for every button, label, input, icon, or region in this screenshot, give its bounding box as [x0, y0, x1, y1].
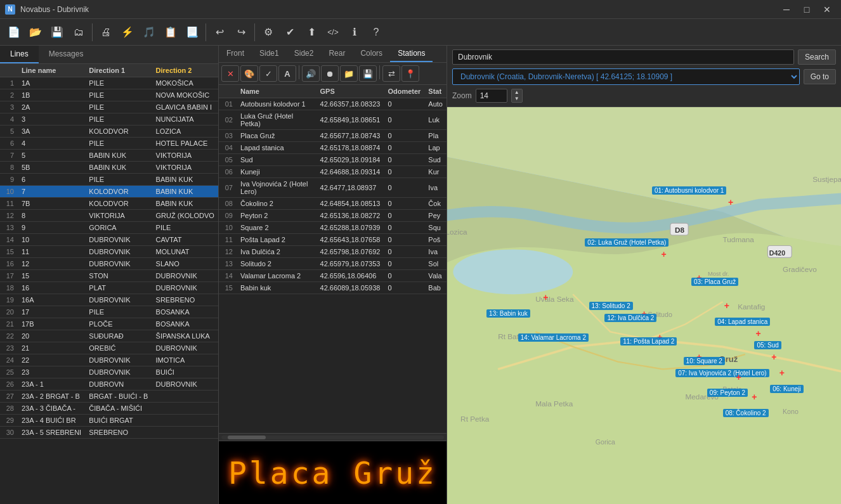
upload-button[interactable]: ⬆	[301, 22, 322, 42]
lines-table-row[interactable]: 23 21 OREBIĆ DUBROVNIK	[0, 342, 218, 354]
pin-button[interactable]: 📍	[401, 65, 419, 82]
stations-table-row[interactable]: 05 Sud 42.65029,18.09184 0 Sud	[219, 154, 447, 166]
lines-table-row[interactable]: 24 22 DUBROVNIK IMOTICA	[0, 354, 218, 366]
folder-button[interactable]: 📁	[340, 65, 358, 82]
map-label-10: 10: Square 2	[684, 357, 725, 365]
check-button[interactable]: ✔	[280, 22, 300, 42]
close-button[interactable]: ✕	[818, 3, 836, 16]
lines-table-row[interactable]: 10 7 KOLODVOR BABIN KUK	[0, 186, 218, 198]
redo-button[interactable]: ↪	[231, 22, 251, 42]
minimize-button[interactable]: ─	[778, 3, 795, 16]
volume-button[interactable]: 🔊	[302, 65, 320, 82]
map-search-button[interactable]: Search	[798, 49, 836, 65]
tab-side2[interactable]: Side2	[287, 46, 322, 62]
tab-colors[interactable]: Colors	[353, 46, 390, 62]
lines-table-row[interactable]: 2 1B PILE NOVA MOKOŠIC	[0, 89, 218, 101]
checkmark-button[interactable]: ✓	[259, 65, 277, 82]
lines-table-row[interactable]: 12 8 VIKTORIJA GRUŽ (KOLODVO	[0, 210, 218, 222]
stations-table-row[interactable]: 12 Iva Dulčića 2 42.65798,18.07692 0 Iva	[219, 246, 447, 258]
stations-table-row[interactable]: 09 Peyton 2 42.65136,18.08272 0 Pey	[219, 210, 447, 222]
tab-stations[interactable]: Stations	[390, 46, 433, 62]
lines-table-row[interactable]: 5 3A KOLODVOR LOZICA	[0, 126, 218, 138]
font-button[interactable]: A	[278, 65, 296, 82]
tab-lines[interactable]: Lines	[0, 46, 39, 63]
lines-table-row[interactable]: 15 11 DUBROVNIK MOLUNAT	[0, 246, 218, 258]
delete-button[interactable]: ✕	[221, 65, 239, 82]
lines-table-row[interactable]: 9 6 PILE BABIN KUK	[0, 174, 218, 186]
stations-table-row[interactable]: 07 Iva Vojnovića 2 (Hotel Lero) 42.6477,…	[219, 178, 447, 198]
tab-rear[interactable]: Rear	[321, 46, 353, 62]
lines-table-row[interactable]: 17 15 STON DUBROVNIK	[0, 270, 218, 282]
lines-table-row[interactable]: 3 2A PILE GLAVICA BABIN I	[0, 101, 218, 113]
lines-table-row[interactable]: 6 4 PILE HOTEL PALACE	[0, 138, 218, 150]
cell-num: 25	[0, 366, 18, 378]
stations-table-row[interactable]: 04 Lapad stanica 42.65178,18.08874 0 Lap	[219, 142, 447, 154]
stations-table-row[interactable]: 10 Square 2 42.65288,18.07939 0 Squ	[219, 222, 447, 234]
lines-table-container[interactable]: Line name Direction 1 Direction 2 1 1A P…	[0, 64, 218, 504]
record-button[interactable]: ⏺	[321, 65, 339, 82]
lines-table-row[interactable]: 26 23A - 1 DUBROVN DUBROVNIK	[0, 378, 218, 391]
new-file-button[interactable]: 📄	[4, 22, 24, 42]
floppy-button[interactable]: 💾	[359, 65, 377, 82]
stations-table-row[interactable]: 13 Solitudo 2 42.65979,18.07353 0 Sol	[219, 258, 447, 270]
stations-table-row[interactable]: 01 Autobusni kolodvor 1 42.66357,18.0832…	[219, 98, 447, 110]
map-location-select[interactable]: Dubrovnik (Croatia, Dubrovnik-Neretva) […	[452, 68, 800, 85]
copy-button[interactable]: 📋	[160, 22, 181, 42]
stations-scrollbar[interactable]	[219, 433, 447, 441]
undo-button[interactable]: ↩	[209, 22, 230, 42]
map-label-11: 11: Pošta Lapad 2	[620, 337, 677, 346]
stations-table-row[interactable]: 14 Valamar Lacroma 2 42.6596,18.06406 0 …	[219, 270, 447, 282]
settings-button[interactable]: ⚙	[258, 22, 278, 42]
map-zoom-input[interactable]	[476, 89, 507, 103]
stations-table-row[interactable]: 02 Luka Gruž (Hotel Petka) 42.65849,18.0…	[219, 110, 447, 130]
cell-dir1: BUIĆI BRGAT	[85, 415, 152, 427]
stations-table-row[interactable]: 06 Kuneji 42.64688,18.09314 0 Kur	[219, 166, 447, 178]
stations-table-container[interactable]: Name GPS Odometer Stat 01 Autobusni kolo…	[219, 85, 447, 433]
lines-table-row[interactable]: 20 17 PILE BOSANKA	[0, 306, 218, 318]
maximize-button[interactable]: □	[798, 3, 816, 16]
stations-table-row[interactable]: 11 Pošta Lapad 2 42.65643,18.07658 0 Poš	[219, 234, 447, 246]
lines-table-row[interactable]: 19 16A DUBROVNIK SREBRENO	[0, 294, 218, 306]
swap-button[interactable]: ⇄	[382, 65, 400, 82]
lines-table-row[interactable]: 21 17B PLOČE BOSANKA	[0, 318, 218, 330]
zoom-up-button[interactable]: ▲	[512, 89, 522, 96]
tab-front[interactable]: Front	[219, 46, 252, 62]
lines-table-row[interactable]: 13 9 GORICA PILE	[0, 222, 218, 234]
stations-table-row[interactable]: 15 Babin kuk 42.66089,18.05938 0 Bab	[219, 282, 447, 294]
save-all-button[interactable]: 🗂	[68, 22, 89, 42]
info-button[interactable]: ℹ	[344, 22, 365, 42]
paint-button[interactable]: 🎨	[240, 65, 258, 82]
lines-table-row[interactable]: 25 23 DUBROVNIK BUIĆI	[0, 366, 218, 378]
code-button[interactable]: </>	[323, 22, 343, 42]
lightning-button[interactable]: ⚡	[117, 22, 138, 42]
map-search-input[interactable]	[452, 49, 794, 65]
lines-table-row[interactable]: 30 23A - 5 SREBRENI SREBRENO	[0, 427, 218, 439]
lines-table-row[interactable]: 28 23A - 3 ČIBAČA - ČIBAČA - MIŠIĆI	[0, 403, 218, 415]
tab-messages[interactable]: Messages	[39, 46, 94, 63]
zoom-down-button[interactable]: ▼	[512, 96, 522, 102]
map-container[interactable]: Lozica Sustjepan Gradičevo Tudmana Rt Ba…	[447, 107, 841, 504]
music-button[interactable]: 🎵	[139, 22, 159, 42]
lines-table-row[interactable]: 18 16 PLAT DUBROVNIK	[0, 282, 218, 294]
help-button[interactable]: ?	[366, 22, 386, 42]
lines-table-row[interactable]: 29 23A - 4 BUIĆI BR BUIĆI BRGAT	[0, 415, 218, 427]
lines-table-row[interactable]: 1 1A PILE MOKOŠICA	[0, 77, 218, 89]
lines-table-row[interactable]: 8 5B BABIN KUK VIKTORIJA	[0, 162, 218, 174]
lines-table-row[interactable]: 22 20 SUĐURAĐ ŠIPANSKA LUKA	[0, 330, 218, 342]
open-button[interactable]: 📂	[25, 22, 46, 42]
print-button[interactable]: 🖨	[96, 22, 116, 42]
lines-table-row[interactable]: 27 23A - 2 BRGAT - B BRGAT - BUIĆI - B	[0, 391, 218, 403]
tab-side1[interactable]: Side1	[252, 46, 287, 62]
save-button[interactable]: 💾	[47, 22, 67, 42]
map-goto-button[interactable]: Go to	[804, 69, 836, 84]
stations-table-row[interactable]: 03 Placa Gruž 42.65677,18.08743 0 Pla	[219, 130, 447, 142]
stations-table-row[interactable]: 08 Čokolino 2 42.64854,18.08513 0 Čok	[219, 198, 447, 210]
led-display-preview: Placa Gruž	[219, 441, 447, 504]
lines-table-row[interactable]: 16 12 DUBROVNIK SLANO	[0, 258, 218, 270]
lines-table-row[interactable]: 4 3 PILE NUNCIJATA	[0, 113, 218, 126]
cell-dir1: PILE	[85, 113, 152, 126]
lines-table-row[interactable]: 7 5 BABIN KUK VIKTORIJA	[0, 150, 218, 162]
paste-button[interactable]: 📃	[182, 22, 202, 42]
lines-table-row[interactable]: 11 7B KOLODVOR BABIN KUK	[0, 198, 218, 210]
lines-table-row[interactable]: 14 10 DUBROVNIK CAVTAT	[0, 234, 218, 246]
